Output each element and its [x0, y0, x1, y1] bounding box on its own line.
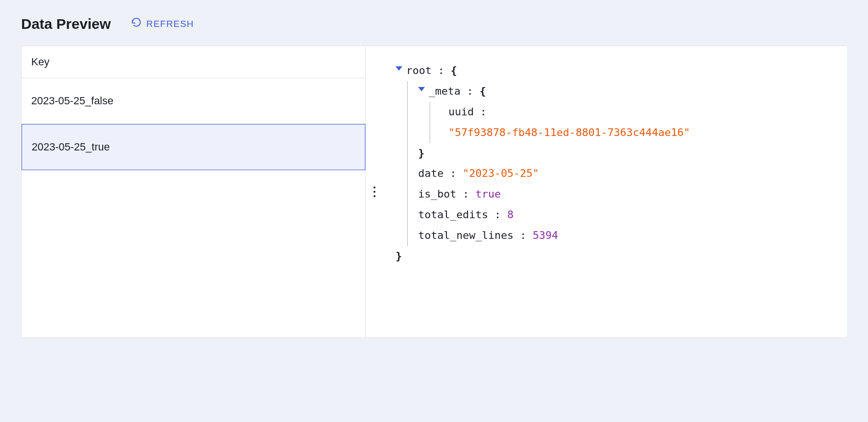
json-tree-viewer: root : { _meta : { uuid :: [383, 46, 847, 338]
content-area: Key 2023-05-25_false 2023-05-25_true roo…: [21, 46, 847, 338]
tree-totalnewlines-key: total_new_lines: [418, 229, 514, 241]
refresh-icon: [131, 17, 142, 30]
tree-meta-label: _meta: [429, 85, 460, 97]
tree-totaledits-value: 8: [507, 209, 513, 221]
tree-date-value: "2023-05-25": [463, 167, 539, 179]
refresh-button[interactable]: REFRESH: [125, 14, 200, 33]
page-title: Data Preview: [21, 16, 111, 32]
keys-table: Key 2023-05-25_false 2023-05-25_true: [21, 46, 366, 338]
tree-date-key: date: [418, 167, 444, 179]
table-row[interactable]: 2023-05-25_false: [22, 78, 365, 124]
tree-totaledits-key: total_edits: [418, 209, 488, 221]
table-header-key: Key: [22, 46, 365, 78]
header: Data Preview REFRESH: [21, 14, 847, 33]
tree-meta-close: }: [418, 147, 424, 159]
split-handle[interactable]: [366, 46, 383, 338]
tree-root-label: root: [406, 64, 432, 76]
caret-down-icon[interactable]: [418, 87, 425, 91]
caret-down-icon[interactable]: [396, 66, 402, 71]
tree-isbot-value: true: [475, 188, 501, 200]
tree-uuid-value: "57f93878-fb48-11ed-8801-7363c444ae16": [448, 126, 690, 138]
tree-uuid-key: uuid: [448, 106, 474, 118]
tree-isbot-key: is_bot: [418, 188, 456, 200]
table-row[interactable]: 2023-05-25_true: [22, 124, 365, 170]
tree-totalnewlines-value: 5394: [532, 229, 558, 241]
drag-dots-icon: [374, 186, 375, 197]
tree-root-close: }: [396, 250, 402, 262]
refresh-label: REFRESH: [146, 19, 194, 29]
